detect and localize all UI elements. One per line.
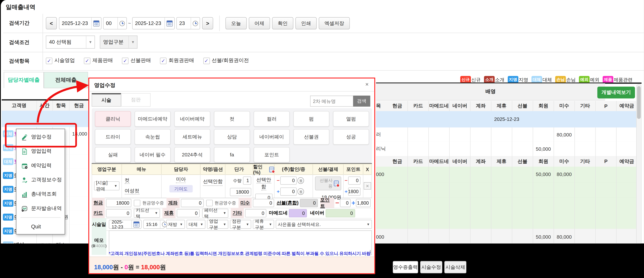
checkbox-checked-icon[interactable]: ✓ <box>203 57 210 64</box>
use-prepaid-button[interactable]: 선불사용 <box>315 176 341 190</box>
column-header-항목[interactable]: 항목 <box>53 100 70 111</box>
menu-main[interactable]: 컷 <box>124 177 130 184</box>
partner-input[interactable]: 0 <box>177 209 200 217</box>
category-button-세트메뉴[interactable]: 세트메뉴 <box>174 129 210 144</box>
category-button-클리닉[interactable]: 클리닉 <box>95 111 131 127</box>
staff-name-link[interactable]: 미아 <box>176 176 186 183</box>
search-action-button[interactable]: 인쇄 <box>296 17 317 29</box>
point-minus-input[interactable]: 0 <box>340 199 350 207</box>
minus-icon[interactable]: − <box>345 178 348 183</box>
procedure-date-input[interactable]: 2025-12-23 <box>109 220 142 229</box>
column-header[interactable]: 예약금 <box>616 101 638 111</box>
footer-button-시술삭제[interactable]: 시술삭제 <box>444 261 466 273</box>
scrollbar-thumb[interactable] <box>637 86 641 119</box>
start-hour-input[interactable]: 00 <box>103 17 127 29</box>
menu-item-총내역조회[interactable]: 총내역조회 <box>16 187 65 201</box>
search-checkbox-회원권판매[interactable]: ✓회원권판매 <box>160 57 194 64</box>
card-input[interactable]: 0 <box>106 209 131 217</box>
category-button-성공[interactable]: 성공 <box>333 129 369 144</box>
point-minus-input[interactable]: 0 <box>348 176 361 185</box>
menu-item-문자발송내역[interactable]: 문자발송내역 <box>16 201 65 216</box>
prev-day-button[interactable]: < <box>46 17 57 29</box>
category-button-네이버 필수[interactable]: 네이버 필수 <box>134 147 170 162</box>
category-button-fa[interactable]: fa <box>214 147 250 162</box>
column-header[interactable]: 네이버 <box>450 101 470 111</box>
search-checkbox-선불/회원권이전[interactable]: ✓선불/회원권이전 <box>203 57 249 64</box>
calendar-icon[interactable] <box>91 18 101 29</box>
table-row[interactable]: 리닉50,000 <box>376 142 638 156</box>
column-header-시간[interactable]: 시간 <box>37 100 53 111</box>
category-button-속눈썹[interactable]: 속눈썹 <box>134 129 170 144</box>
cash-receipt-checkbox[interactable] <box>134 200 140 206</box>
table-row[interactable]: 00050,00080,000 <box>376 167 638 183</box>
point-plus-input[interactable]: 1800 <box>348 187 361 196</box>
card-select[interactable]: 카드선택▼ <box>134 209 160 218</box>
option-select-3[interactable]: 점판구분▼ <box>230 220 251 229</box>
pay-select[interactable]: 페이선택▼ <box>202 209 228 218</box>
search-action-button[interactable]: 확인 <box>272 17 294 29</box>
checkbox-checked-icon[interactable]: ✓ <box>160 57 166 64</box>
search-checkbox-시술영업[interactable]: ✓시술영업 <box>46 57 75 64</box>
end-date-input[interactable]: 2025-12-23 <box>132 17 174 29</box>
extra-add-input[interactable]: 0 <box>280 187 297 196</box>
discount-none[interactable]: 선택안함 <box>256 177 271 190</box>
column-header[interactable]: 계좌 <box>470 101 491 111</box>
point-plus-input[interactable]: 1,800 <box>356 199 371 207</box>
checkbox-checked-icon[interactable]: ✓ <box>84 57 90 64</box>
column-header[interactable]: P <box>596 101 616 111</box>
checkbox-checked-icon[interactable]: ✓ <box>122 57 128 64</box>
category-filter-select[interactable]: 영업구분 ▼ <box>100 35 138 49</box>
category-button-2024추석[interactable]: 2024추석 <box>174 147 210 162</box>
menu-item-고객정보수정[interactable]: 고객정보수정 <box>16 173 65 187</box>
end-hour-input[interactable]: 23 <box>176 17 200 29</box>
staff-filter-select[interactable]: 40 선택됨 ▼ <box>46 35 95 49</box>
option-select-0[interactable]: 재방▼ <box>166 220 185 229</box>
column-header[interactable]: 기타 <box>575 101 596 111</box>
column-header[interactable]: 현금 <box>387 101 408 111</box>
checkbox-checked-icon[interactable]: ✓ <box>46 57 52 64</box>
clock-icon[interactable] <box>191 18 200 29</box>
category-button-네이버페이[interactable]: 네이버페이 <box>254 129 290 144</box>
category-button-열펌[interactable]: 열펌 <box>333 111 369 127</box>
clock-icon[interactable] <box>117 18 126 29</box>
procedure-time-input[interactable]: 15:16 <box>143 220 164 229</box>
option-select-5[interactable]: 사은품을 선택하세요.▼ <box>276 220 372 229</box>
column-header[interactable]: 회원 <box>533 101 554 111</box>
column-header[interactable]: 선불 <box>512 101 533 111</box>
table-row[interactable]: 대체베시17:15테스 <box>2 238 90 244</box>
search-checkbox-선불판매[interactable]: ✓선불판매 <box>122 57 151 64</box>
customer-name[interactable]: 베시 <box>14 241 24 243</box>
delete-row-icon[interactable]: ✕ <box>364 182 371 189</box>
option-select-1[interactable]: 대체▼ <box>186 220 206 229</box>
column-header[interactable]: 미수 <box>554 101 575 111</box>
category-button-컬러[interactable]: 컬러 <box>254 111 290 127</box>
minus-icon[interactable]: − <box>277 178 280 183</box>
footer-button-시술수정[interactable]: 시술수정 <box>420 261 442 273</box>
search-action-button[interactable]: 어제 <box>249 17 270 29</box>
table-row[interactable]: 러80,000 <box>376 128 638 142</box>
menu-sub[interactable]: 여성컷 <box>124 188 139 194</box>
sale-type-select[interactable]: [시술] 판매▼ <box>94 181 119 190</box>
extra-discount-input[interactable]: 0 <box>280 176 297 185</box>
calculator-icon[interactable] <box>269 166 274 172</box>
option-select-4[interactable]: 제휴구분▼ <box>253 220 274 229</box>
menu-search-button[interactable]: 검색 <box>353 96 370 107</box>
category-button-실패[interactable]: 실패 <box>95 147 131 162</box>
category-button-네이버예약[interactable]: 네이버예약 <box>174 111 210 127</box>
search-checkbox-제품판매[interactable]: ✓제품판매 <box>84 57 113 64</box>
column-header[interactable]: 목 <box>376 101 387 111</box>
cash-input[interactable]: 18000 <box>106 199 131 207</box>
option-none[interactable]: 선택안함 <box>203 178 222 186</box>
menu-search-input[interactable] <box>310 96 353 107</box>
category-button-선불권[interactable]: 선불권 <box>293 129 329 144</box>
category-button-드라이[interactable]: 드라이 <box>95 129 131 144</box>
option-select-2[interactable]: 영업구분▼ <box>207 220 228 229</box>
column-header[interactable]: 카드 <box>408 101 429 111</box>
menu-item-예약입력[interactable]: 예약입력 <box>16 158 65 173</box>
table-row[interactable] <box>376 198 638 214</box>
individual-detail-button[interactable]: 개별내역보기 <box>597 87 635 98</box>
modal-tab-procedure[interactable]: 시술 <box>92 93 121 107</box>
plus-icon[interactable]: + <box>277 189 280 194</box>
qty-input[interactable]: 1 <box>243 176 251 185</box>
tab-total-sales[interactable]: 전체매출 <box>44 72 88 88</box>
